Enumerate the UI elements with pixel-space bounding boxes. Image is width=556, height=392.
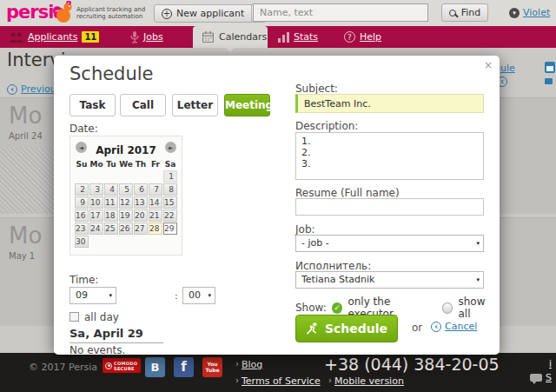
calendar-day-3[interactable]: 3 [89, 183, 103, 196]
mobile-version-label[interactable]: Mobile version [334, 375, 404, 387]
bar-chart-icon [278, 32, 289, 43]
calendar-day-1[interactable]: 1 [163, 170, 177, 183]
calendar-empty-cell [134, 236, 148, 248]
nav-help-label[interactable]: Help [360, 31, 381, 43]
nav-calendars-active-tab[interactable]: Calendars [193, 26, 268, 48]
close-icon[interactable]: × [484, 59, 493, 71]
executor-select[interactable]: Tetiana Stadnik ▾ [295, 271, 484, 289]
radio-only-executor[interactable]: ✓ [332, 302, 343, 314]
find-button[interactable]: Find [441, 3, 488, 22]
cancel-label[interactable]: Cancel [445, 321, 477, 332]
all-day-checkbox[interactable] [70, 312, 79, 322]
nav-help[interactable]: ? Help [344, 26, 381, 48]
calendar-day-8[interactable]: 8 [163, 183, 177, 196]
calendar-day-12[interactable]: 12 [119, 196, 133, 209]
terms-label[interactable]: Terms of Service [242, 375, 321, 387]
tab-letter[interactable]: Letter [172, 94, 218, 116]
subject-input[interactable] [295, 94, 484, 113]
nav-applicants[interactable]: Applicants 11 [9, 26, 99, 48]
calendar-day-21[interactable]: 21 [149, 209, 162, 222]
datepicker-prev-icon[interactable]: ◄ [76, 142, 87, 153]
chevron-right-icon: › [235, 375, 239, 385]
resume-input[interactable] [295, 198, 484, 216]
calendar-day-30[interactable]: 30 [75, 236, 89, 248]
vk-icon[interactable]: В [145, 357, 165, 377]
calendar-day-9[interactable]: 9 [75, 196, 89, 209]
calendar-day-7[interactable]: 7 [149, 183, 162, 196]
calendar-day-16[interactable]: 16 [75, 209, 89, 222]
user-link[interactable]: Violet [523, 7, 550, 18]
calendar-day-20[interactable]: 20 [134, 209, 148, 222]
nav-stats[interactable]: Stats [278, 26, 318, 48]
calendar-day-6[interactable]: 6 [134, 183, 148, 196]
calendar-day-header: Sa [163, 158, 177, 170]
youtube-icon[interactable]: You Tube [202, 357, 222, 377]
week-row-day: Mo [9, 223, 42, 249]
schedule-link-fragment[interactable]: ule [500, 63, 515, 74]
calendar-day-19[interactable]: 19 [119, 209, 133, 222]
blog-label[interactable]: Blog [242, 359, 262, 370]
support-link-fragment[interactable]: S [546, 372, 552, 383]
hour-select[interactable]: 09 ▾ [70, 287, 116, 304]
calendar-empty-cell [163, 236, 177, 248]
minute-select[interactable]: 00 ▾ [182, 287, 215, 304]
calendar-day-28[interactable]: 28 [149, 223, 162, 235]
youtube-text-bottom: Tube [205, 367, 219, 373]
nav-applicants-label[interactable]: Applicants [28, 31, 77, 43]
calendar-day-24[interactable]: 24 [89, 223, 103, 235]
calendar-day-29[interactable]: 29 [163, 223, 177, 235]
running-person-icon [306, 322, 319, 336]
calendar-day-5[interactable]: 5 [119, 183, 133, 196]
new-applicant-button[interactable]: + New applicant ▾ [154, 4, 267, 23]
tab-call[interactable]: Call [120, 94, 166, 116]
calendar-day-26[interactable]: 26 [119, 223, 133, 235]
calendar-fragment-icon[interactable] [545, 62, 555, 73]
tab-meeting[interactable]: Meeting [224, 94, 270, 116]
terms-link[interactable]: › Terms of Service [235, 375, 321, 387]
user-menu[interactable]: ▾ Violet [509, 7, 550, 18]
radio-show-all[interactable] [442, 302, 453, 314]
calendar-day-15[interactable]: 15 [163, 196, 177, 209]
calendar-empty-cell [104, 236, 118, 248]
comodo-secure-badge[interactable]: COMODO SECURE [103, 358, 141, 373]
calendar-day-2[interactable]: 2 [75, 183, 89, 196]
blog-link[interactable]: › Blog [235, 359, 262, 370]
schedule-button[interactable]: Schedule [295, 315, 398, 342]
calendar-day-27[interactable]: 27 [134, 223, 148, 235]
nav-jobs[interactable]: Jobs [130, 26, 163, 48]
calendar-day-4[interactable]: 4 [104, 183, 118, 196]
calendar-day-13[interactable]: 13 [134, 196, 148, 209]
week-row-date: April 24 [9, 131, 43, 141]
main-nav: Applicants 11 Jobs Calendars [0, 26, 556, 48]
calendar-day-14[interactable]: 14 [149, 196, 162, 209]
calendar-day-18[interactable]: 18 [104, 209, 118, 222]
job-select[interactable]: - job - ▾ [295, 235, 484, 252]
nav-jobs-label[interactable]: Jobs [143, 31, 163, 43]
minute-value: 00 [189, 289, 201, 301]
mobile-version-link[interactable]: › Mobile version [328, 375, 404, 387]
calendar-day-header: We [119, 158, 133, 170]
calendar-day-17[interactable]: 17 [89, 209, 103, 222]
calendar-empty-cell [119, 236, 133, 248]
facebook-icon[interactable]: f [174, 357, 194, 377]
search-input[interactable] [253, 3, 428, 22]
show-label: Show: [295, 302, 327, 314]
description-textarea[interactable]: 1. 2. 3. [295, 132, 484, 180]
job-value: - job - [301, 237, 329, 249]
email-link-fragment[interactable]: i [549, 358, 552, 369]
calendar-day-25[interactable]: 25 [104, 223, 118, 235]
calendar-day-10[interactable]: 10 [89, 196, 103, 209]
executor-value: Tetiana Stadnik [301, 274, 374, 285]
datepicker-next-icon[interactable]: ► [165, 142, 176, 153]
radio-show-all-label[interactable]: show all [458, 296, 500, 320]
calendar-day-23[interactable]: 23 [75, 223, 89, 235]
cancel-link[interactable]: ‹ Cancel [431, 321, 477, 332]
tab-task[interactable]: Task [70, 94, 116, 116]
plus-icon: + [162, 9, 172, 19]
nav-calendars-label[interactable]: Calendars [219, 31, 267, 43]
nav-stats-label[interactable]: Stats [294, 31, 318, 43]
logo-tagline: Applicant tracking and recruiting automa… [76, 6, 145, 20]
calendar-day-22[interactable]: 22 [163, 209, 177, 222]
calendar-day-11[interactable]: 11 [104, 196, 118, 209]
no-events-text: No events. [70, 344, 125, 356]
